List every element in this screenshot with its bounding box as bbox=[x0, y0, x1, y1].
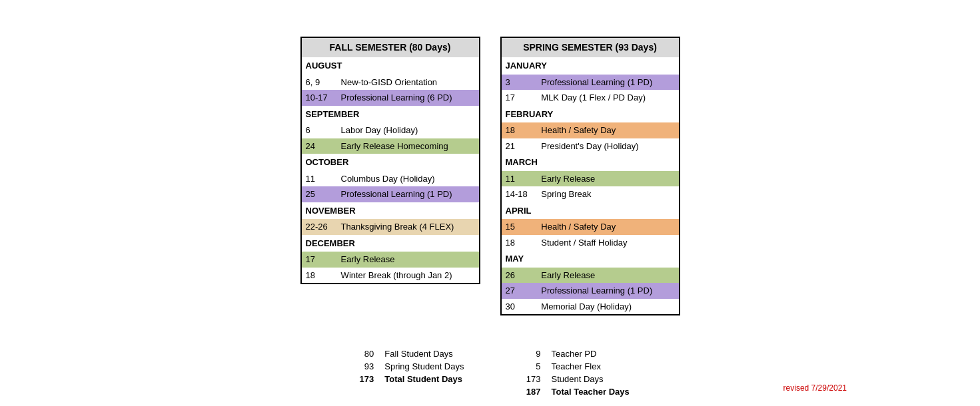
fall-december-header: DECEMBER bbox=[301, 235, 480, 252]
fall-row-event: Early Release Homecoming bbox=[337, 138, 480, 154]
fall-row-event: Labor Day (Holiday) bbox=[337, 122, 480, 138]
footer-left: 80 Fall Student Days 93 Spring Student D… bbox=[350, 349, 464, 397]
fall-row-event: Thanksgiving Break (4 FLEX) bbox=[337, 219, 480, 235]
fall-row-date: 11 bbox=[301, 171, 337, 187]
footer-label: Teacher Flex bbox=[551, 361, 600, 371]
page-content: FALL SEMESTER (80 Days) AUGUST 6, 9 New-… bbox=[0, 0, 980, 397]
footer-num: 93 bbox=[350, 361, 374, 371]
footer-left-row-1: 93 Spring Student Days bbox=[350, 361, 464, 371]
spring-row-date: 14-18 bbox=[501, 186, 538, 202]
fall-row-event: Professional Learning (1 PD) bbox=[337, 186, 480, 202]
spring-row-event: Professional Learning (1 PD) bbox=[537, 283, 679, 299]
spring-row-event: Health / Safety Day bbox=[537, 219, 679, 235]
footer-num: 5 bbox=[517, 361, 540, 371]
spring-row-date: 30 bbox=[501, 299, 538, 315]
spring-row-event: Memorial Day (Holiday) bbox=[537, 299, 679, 315]
fall-row-date: 6, 9 bbox=[301, 75, 337, 91]
calendars-row: FALL SEMESTER (80 Days) AUGUST 6, 9 New-… bbox=[300, 37, 680, 315]
spring-row-date: 21 bbox=[501, 138, 538, 154]
fall-row-date: 10-17 bbox=[301, 90, 337, 106]
fall-row-event: Winter Break (through Jan 2) bbox=[337, 268, 480, 284]
footer-num: 80 bbox=[350, 349, 374, 359]
footer-label: Spring Student Days bbox=[384, 361, 464, 371]
footer-num: 173 bbox=[350, 374, 374, 384]
fall-september-header: SEPTEMBER bbox=[301, 106, 480, 123]
spring-row-date: 26 bbox=[501, 268, 538, 284]
revised-note: revised 7/29/2021 bbox=[783, 383, 847, 393]
fall-october-header: OCTOBER bbox=[301, 154, 480, 171]
spring-row-date: 18 bbox=[501, 122, 538, 138]
spring-february-header: FEBRUARY bbox=[501, 106, 680, 123]
fall-row-date: 17 bbox=[301, 252, 337, 268]
footer-label: Teacher PD bbox=[551, 349, 596, 359]
footer-left-row-0: 80 Fall Student Days bbox=[350, 349, 464, 359]
spring-march-header: MARCH bbox=[501, 154, 680, 171]
footer-label: Student Days bbox=[551, 374, 603, 384]
spring-january-header: JANUARY bbox=[501, 57, 680, 75]
footer-left-row-2: 173 Total Student Days bbox=[350, 374, 464, 384]
footer-right-row-1: 5 Teacher Flex bbox=[517, 361, 629, 371]
footer-right-row-2: 173 Student Days bbox=[517, 374, 629, 384]
spring-row-date: 18 bbox=[501, 235, 538, 251]
footer-right: 9 Teacher PD 5 Teacher Flex 173 Student … bbox=[517, 349, 629, 397]
footer-label: Total Teacher Days bbox=[551, 387, 629, 397]
spring-row-event: Spring Break bbox=[537, 186, 679, 202]
fall-row-date: 22-26 bbox=[301, 219, 337, 235]
fall-august-header: AUGUST bbox=[301, 57, 480, 75]
spring-row-event: Health / Safety Day bbox=[537, 122, 679, 138]
spring-row-event: Early Release bbox=[537, 268, 679, 284]
fall-semester-table: FALL SEMESTER (80 Days) AUGUST 6, 9 New-… bbox=[300, 37, 480, 284]
fall-row-date: 24 bbox=[301, 138, 337, 154]
footer-right-row-3: 187 Total Teacher Days bbox=[517, 387, 629, 397]
spring-row-date: 17 bbox=[501, 90, 538, 106]
spring-may-header: MAY bbox=[501, 250, 680, 268]
fall-row-event: Early Release bbox=[337, 252, 480, 268]
fall-row-date: 18 bbox=[301, 268, 337, 284]
fall-row-event: Professional Learning (6 PD) bbox=[337, 90, 480, 106]
spring-row-event: Early Release bbox=[537, 171, 679, 187]
spring-header: SPRING SEMESTER (93 Days) bbox=[501, 37, 680, 57]
spring-row-event: MLK Day (1 Flex / PD Day) bbox=[537, 90, 679, 106]
spring-row-date: 27 bbox=[501, 283, 538, 299]
footer-label: Total Student Days bbox=[384, 374, 462, 384]
footer-num: 173 bbox=[517, 374, 540, 384]
spring-april-header: APRIL bbox=[501, 202, 680, 220]
spring-row-event: Professional Learning (1 PD) bbox=[537, 75, 679, 91]
spring-row-date: 3 bbox=[501, 75, 538, 91]
spring-row-event: President's Day (Holiday) bbox=[537, 138, 679, 154]
spring-semester-table: SPRING SEMESTER (93 Days) JANUARY 3 Prof… bbox=[500, 37, 680, 315]
spring-row-event: Student / Staff Holiday bbox=[537, 235, 679, 251]
footer-num: 9 bbox=[517, 349, 540, 359]
fall-row-date: 6 bbox=[301, 122, 337, 138]
footer-num: 187 bbox=[517, 387, 540, 397]
fall-row-event: New-to-GISD Orientation bbox=[337, 75, 480, 91]
footer-label: Fall Student Days bbox=[384, 349, 453, 359]
spring-row-date: 11 bbox=[501, 171, 538, 187]
fall-header: FALL SEMESTER (80 Days) bbox=[301, 37, 480, 57]
spring-row-date: 15 bbox=[501, 219, 538, 235]
footer-right-row-0: 9 Teacher PD bbox=[517, 349, 629, 359]
fall-row-event: Columbus Day (Holiday) bbox=[337, 171, 480, 187]
fall-november-header: NOVEMBER bbox=[301, 202, 480, 220]
fall-row-date: 25 bbox=[301, 186, 337, 202]
